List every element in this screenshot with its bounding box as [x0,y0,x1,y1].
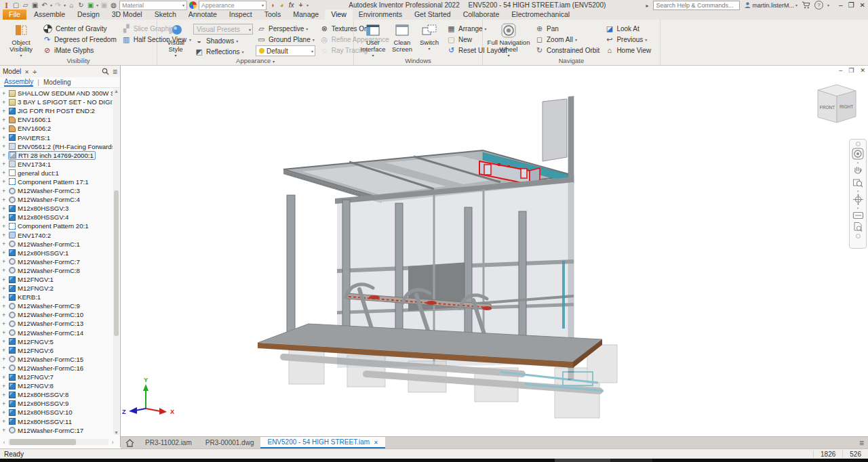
tree-item-env1734-1[interactable]: ENV1734:1 [0,160,113,169]
expand-icon[interactable] [2,374,8,381]
pan-hand-icon[interactable] [852,165,863,176]
tree-item-m12x80hssgv-3[interactable]: M12x80HSSGV:3 [0,204,113,213]
reflections-button[interactable]: Reflections▾ [193,46,253,57]
expand-icon[interactable] [2,152,8,159]
ribbon-tab-environments[interactable]: Environments [353,9,408,20]
material-combo[interactable]: Material▾ [119,1,187,10]
tree-item-m12washer-formc-7[interactable]: M12Washer-FormC:7 [0,257,113,266]
tree-item-m12washer-formc-14[interactable]: M12Washer-FormC:14 [0,329,113,337]
ribbon-tab-assemble[interactable]: Assemble [28,9,71,20]
tree-item-component-pattern-20-1[interactable]: Component Pattern 20:1 [0,222,113,230]
save-icon[interactable] [31,1,39,9]
expand-icon[interactable] [2,427,8,434]
expand-icon[interactable] [2,223,8,230]
ribbon-tab-3d-model[interactable]: 3D Model [106,9,149,20]
component-icon[interactable] [87,1,94,9]
expand-icon[interactable] [2,99,8,106]
expand-icon[interactable] [2,196,8,203]
tree-item-m12washer-formc-15[interactable]: M12Washer-FormC:15 [0,355,113,364]
object-visibility-button[interactable]: Object Visibility▾ [3,21,39,58]
clean-screen-button[interactable]: Clean Screen [389,21,416,53]
clear-appearance-icon[interactable] [278,1,285,9]
zoom-window-icon[interactable] [852,222,863,232]
material-sphere-icon[interactable] [110,1,117,9]
expand-icon[interactable] [2,143,8,150]
expand-icon[interactable] [2,364,8,371]
constrained-orbit-button[interactable]: Constrained Orbit [534,45,601,56]
doc-close-icon[interactable] [860,67,865,74]
restore-button[interactable] [848,1,854,9]
expand-icon[interactable] [2,125,8,132]
tree-item-env1606-1[interactable]: ENV1606:1 [0,115,113,124]
scroll-up-icon[interactable]: ▲ [113,89,119,93]
tree-item-m12x80hssgv-9[interactable]: M12x80HSSGV:9 [0,399,113,408]
expand-icon[interactable] [2,383,8,390]
navbar-customize-dot[interactable] [856,234,861,238]
expand-icon[interactable] [2,267,8,274]
home-tab-icon[interactable] [121,437,138,448]
expand-icon[interactable] [2,205,8,212]
color-wheel-icon[interactable] [189,1,197,9]
expand-icon[interactable] [2,303,8,310]
ribbon-tab-manage[interactable]: Manage [287,9,325,20]
doc-tabs-menu-icon[interactable] [859,438,864,448]
appearance-group-label[interactable]: Appearance ▾ [157,57,353,65]
ribbon-tab-file[interactable]: File [3,9,26,20]
expand-icon[interactable] [2,329,8,336]
ribbon-tab-electromechanical[interactable]: Electromechanical [505,9,576,20]
scroll-down-icon[interactable]: ▼ [113,430,119,435]
expand-icon[interactable] [2,294,8,301]
browser-close-icon[interactable] [24,68,29,75]
expand-icon[interactable] [2,240,8,247]
tree-item-m12fngv-7[interactable]: M12FNGV:7 [0,373,113,381]
tree-item-m12fngv-2[interactable]: M12FNGV:2 [0,284,113,293]
visual-style-button[interactable]: Visual Style▾ [161,21,191,58]
tree-item-jig-for-rh-post-end-2[interactable]: JIG FOR RH POST END:2 [0,106,113,115]
tree-item-m12washer-formc-16[interactable]: M12Washer-FormC:16 [0,364,113,373]
view-cube[interactable]: FRONT RIGHT [818,85,856,123]
undo-dropdown-arrow[interactable]: ▾ [50,3,52,7]
browser-add-tab-icon[interactable] [33,68,37,76]
tree-item-m12washer-formc-3[interactable]: M12Washer-FormC:3 [0,186,113,195]
scroll-right-icon[interactable]: › [110,439,115,446]
user-interface-button[interactable]: User Interface▾ [357,21,389,58]
tree-item-shallow-sedum-and-300w-solar-set-1[interactable]: SHALLOW SEDUM AND 300W SOLAR SET:1 [0,89,113,98]
help-icon[interactable] [814,1,823,9]
tree-item-m12washer-formc-8[interactable]: M12Washer-FormC:8 [0,266,113,275]
expand-icon[interactable] [2,161,8,167]
tree-item-m12washer-formc-10[interactable]: M12Washer-FormC:10 [0,310,113,319]
ribbon-tab-view[interactable]: View [325,9,353,20]
expand-icon[interactable] [2,392,8,398]
doc-tab-env5200-54-high-street-iam[interactable]: ENV5200 - 54 HIGH STREET.iam [260,437,384,448]
tree-item-m12fngv-6[interactable]: M12FNGV:6 [0,346,113,355]
tree-item-m12x80hssgv-1[interactable]: M12x80HSSGV:1 [0,249,113,257]
degrees-of-freedom-button[interactable]: Degrees of Freedom [41,34,118,45]
scroll-left-icon[interactable]: ‹ [1,439,7,446]
ribbon-tab-sketch[interactable]: Sketch [149,9,182,20]
minimize-button[interactable] [839,1,843,9]
shadows-button[interactable]: Shadows▾ [193,35,253,46]
expand-icon[interactable] [2,258,8,265]
tree-item-paviers-1[interactable]: PAVIERS:1 [0,133,113,142]
expand-icon[interactable] [2,90,8,97]
expand-icon[interactable] [2,276,8,283]
expand-icon[interactable] [2,108,8,114]
imate-glyphs-button[interactable]: iMate Glyphs [41,45,118,56]
tree-item-3-bay-l-spigot-set-no-digital-1[interactable]: 3 BAY L SPIGOT SET - NO DIGITAL:1 [0,98,113,106]
parameters-fx-icon[interactable] [288,1,295,9]
redo-icon[interactable] [54,1,62,9]
look-at-button[interactable]: Look At [604,23,652,34]
tree-item-general-duct-1[interactable]: general duct:1 [0,169,113,177]
expand-icon[interactable] [2,312,8,318]
help-dropdown-arrow[interactable]: ▾ [827,3,829,7]
expand-icon[interactable] [2,418,8,425]
open-file-icon[interactable] [22,1,29,9]
tree-item-m12fngv-5[interactable]: M12FNGV:5 [0,337,113,346]
tree-item-m12washer-formc-17[interactable]: M12Washer-FormC:17 [0,426,113,435]
tree-horizontal-scrollbar[interactable]: ‹ › [1,438,115,446]
doc-minimize-icon[interactable] [839,67,842,74]
update-icon[interactable] [77,1,85,9]
ribbon-tab-design[interactable]: Design [71,9,106,20]
tree-item-kerb-1[interactable]: KERB:1 [0,293,113,301]
tree-item-m12fngv-1[interactable]: M12FNGV:1 [0,275,113,284]
